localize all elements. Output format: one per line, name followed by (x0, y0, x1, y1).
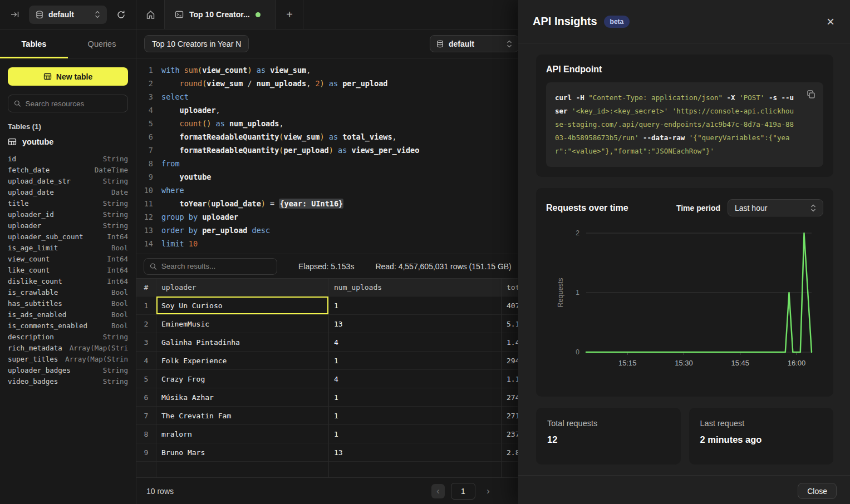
resource-search[interactable] (8, 95, 128, 112)
new-tab-button[interactable]: + (276, 0, 303, 29)
close-button[interactable]: Close (798, 483, 837, 499)
table-cell[interactable]: 4 (136, 352, 156, 370)
database-selector-value: default (48, 10, 74, 19)
database-selector[interactable]: default (29, 6, 107, 24)
panel-title: API Insights (533, 15, 597, 28)
code-token: formatReadableQuantity (180, 132, 279, 141)
tab-tables[interactable]: Tables (0, 29, 68, 58)
time-period-select[interactable]: Last hour (728, 199, 823, 216)
table-cell[interactable]: mralorn (156, 425, 329, 443)
collapse-sidebar-button[interactable] (7, 6, 23, 23)
code-token (180, 66, 184, 75)
code-token: 'POST' (739, 93, 764, 102)
table-cell[interactable]: 3 (136, 333, 156, 352)
column-type: String (103, 155, 128, 163)
code-token (639, 134, 643, 142)
code-token: limit (161, 239, 184, 248)
table-cell[interactable]: 4 (329, 333, 502, 352)
refresh-button[interactable] (112, 6, 129, 23)
code-token: group by (161, 213, 198, 221)
column-type: Array(Map(Strin (65, 355, 128, 363)
tab-status-dot (256, 12, 261, 17)
table-cell[interactable]: 1 (329, 352, 502, 370)
code-token (225, 119, 229, 128)
line-code: formatReadableQuantity(per_upload) as vi… (153, 144, 419, 157)
sidebar-table-youtube[interactable]: youtube (8, 137, 128, 146)
table-column-row: titleString (8, 197, 128, 209)
table-cell[interactable]: Crazy Frog (156, 370, 329, 388)
table-cell[interactable]: 9 (136, 443, 156, 462)
new-table-label: New table (56, 72, 92, 81)
requests-line-chart: 01215:1515:3015:4516:00Requests (546, 221, 824, 388)
table-cell[interactable]: 1 (329, 388, 502, 407)
table-cell[interactable]: EminemMusic (156, 315, 329, 333)
code-token: '<key_id>:<key_secret>' (572, 107, 668, 115)
panel-footer: Close (518, 475, 850, 504)
code-token: select (161, 92, 189, 101)
time-period-label: Time period (676, 204, 720, 213)
tab-queries[interactable]: Queries (68, 29, 136, 58)
column-type: Bool (111, 288, 128, 297)
resource-search-input[interactable] (26, 100, 122, 108)
code-token: as (216, 119, 225, 128)
database-icon (436, 40, 444, 48)
table-cell[interactable]: 4 (329, 370, 502, 388)
table-cell[interactable]: 2 (136, 315, 156, 333)
prev-page-button[interactable]: ‹ (431, 484, 445, 498)
line-code: toYear(upload_date) = {year: UInt16} (153, 197, 343, 210)
table-cell[interactable]: 13 (329, 315, 502, 333)
code-token: as (329, 132, 338, 141)
column-name: fetch_date (8, 166, 50, 174)
code-token (685, 134, 689, 142)
code-token (325, 79, 329, 88)
line-number: 3 (136, 90, 153, 103)
close-icon[interactable]: × (827, 15, 834, 28)
chevron-up-down-icon (507, 40, 512, 48)
new-table-button[interactable]: New table (8, 67, 128, 86)
table-cell[interactable]: 5 (136, 370, 156, 388)
table-cell[interactable]: 1 (329, 407, 502, 425)
line-number: 6 (136, 130, 153, 144)
table-cell[interactable]: 1 (136, 297, 156, 315)
code-token (161, 146, 180, 155)
table-cell[interactable]: The Crevatin Fam (156, 407, 329, 425)
table-cell[interactable]: Folk Experience (156, 352, 329, 370)
code-token (764, 93, 769, 102)
current-page[interactable]: 1 (451, 483, 475, 500)
line-code: group by uploader (153, 210, 238, 224)
results-search-input[interactable] (161, 262, 271, 270)
query-tab[interactable]: Top 10 Creator... (165, 0, 276, 29)
table-cell[interactable]: 6 (136, 388, 156, 407)
code-token (266, 66, 270, 75)
table-cell[interactable]: 7 (136, 407, 156, 425)
code-token: , (216, 106, 220, 115)
table-cell[interactable]: 13 (329, 443, 502, 462)
code-token: , (392, 132, 397, 141)
column-header: uploader (156, 279, 329, 297)
line-code: where (153, 184, 184, 197)
table-cell[interactable]: 1 (329, 425, 502, 443)
line-code: from (153, 157, 180, 170)
table-cell[interactable]: Bruno Mars (156, 443, 329, 462)
home-button[interactable] (136, 0, 165, 29)
collapse-sidebar-icon (11, 10, 19, 19)
query-database-selector[interactable]: default (430, 35, 519, 52)
line-number: 10 (136, 184, 153, 197)
line-code: uploader, (153, 103, 220, 117)
table-cell[interactable]: Soy Un Curioso (156, 297, 329, 315)
table-cell[interactable]: Músika Azhar (156, 388, 329, 407)
next-page-button[interactable]: › (481, 484, 495, 498)
column-name: is_age_limit (8, 244, 58, 252)
column-name: is_crawlable (8, 288, 58, 297)
results-search[interactable] (144, 258, 277, 275)
table-cell[interactable]: Galinha Pintadinha (156, 333, 329, 352)
table-column-row: descriptionString (8, 331, 128, 342)
table-cell[interactable]: 8 (136, 425, 156, 443)
copy-button[interactable] (807, 90, 815, 99)
query-title[interactable]: Top 10 Creators in Year N (144, 35, 249, 52)
table-column-row: is_age_limitBool (8, 242, 128, 253)
table-cell[interactable]: 1 (329, 297, 502, 315)
column-name: uploader (8, 221, 41, 230)
query-tab-title: Top 10 Creator... (189, 10, 250, 19)
line-code: formatReadableQuantity(view_sum) as tota… (153, 130, 397, 144)
